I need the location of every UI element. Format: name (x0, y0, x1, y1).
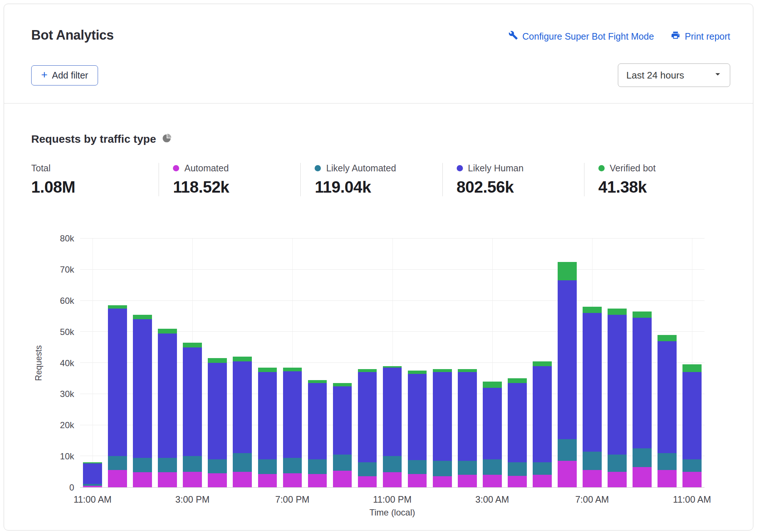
add-filter-button[interactable]: + Add filter (31, 65, 98, 85)
y-tick-label: 80k (60, 233, 74, 244)
x-tick-label: 11:00 PM (373, 494, 412, 505)
bar-segment-verified-bot (133, 315, 152, 320)
bar-slot (530, 238, 555, 487)
bar-segment-verified-bot (258, 368, 277, 372)
bar[interactable] (408, 238, 427, 487)
chevron-down-icon (712, 69, 723, 82)
stat-label-row: Likely Automated (315, 163, 436, 174)
bar-segment-likely-automated (408, 460, 427, 474)
bar[interactable] (258, 238, 277, 487)
configure-super-bot-fight-mode-link[interactable]: Configure Super Bot Fight Mode (508, 30, 654, 42)
bar[interactable] (383, 238, 402, 487)
bar-segment-verified-bot (408, 371, 427, 374)
y-axis-ticks: 010k20k30k40k50k60k70k80k (46, 238, 80, 488)
bar-slot (405, 238, 430, 487)
bar[interactable] (608, 238, 627, 487)
bar-segment-likely-automated (383, 456, 402, 472)
stat-automated[interactable]: Automated118.52k (159, 163, 300, 196)
bar-segment-likely-automated (558, 439, 577, 461)
bar-segment-likely-human (283, 371, 302, 458)
bar-segment-verified-bot (333, 383, 352, 386)
x-axis-title: Time (local) (80, 507, 705, 518)
stat-verified-bot[interactable]: Verified bot41.38k (584, 163, 726, 196)
bar[interactable] (558, 238, 577, 487)
stat-label: Likely Human (468, 163, 524, 174)
bar-segment-likely-human (408, 374, 427, 460)
bar[interactable] (358, 238, 377, 487)
bar-segment-verified-bot (658, 335, 677, 341)
bar[interactable] (633, 238, 652, 487)
stat-total[interactable]: Total1.08M (31, 163, 159, 196)
plus-icon: + (41, 69, 48, 80)
y-tick-label: 20k (60, 420, 74, 430)
bar[interactable] (133, 238, 152, 487)
bar[interactable] (333, 238, 352, 487)
bar[interactable] (583, 238, 602, 487)
bar-segment-verified-bot (558, 262, 577, 281)
bar-segment-automated (458, 475, 477, 487)
bar-segment-automated (483, 475, 502, 487)
bar[interactable] (108, 238, 127, 487)
printer-icon (671, 30, 680, 42)
bar-slot (155, 238, 180, 487)
bar-slot (105, 238, 130, 487)
bar[interactable] (208, 238, 227, 487)
bar[interactable] (508, 238, 527, 487)
stat-value: 1.08M (31, 178, 153, 196)
bar-segment-likely-human (308, 383, 327, 459)
bar[interactable] (533, 238, 552, 487)
bar-segment-likely-human (158, 334, 177, 458)
y-tick-label: 50k (60, 327, 74, 337)
bar-segment-verified-bot (458, 369, 477, 372)
bar[interactable] (433, 238, 452, 487)
bar-segment-likely-automated (158, 458, 177, 473)
configure-link-label: Configure Super Bot Fight Mode (522, 31, 654, 42)
bar-segment-verified-bot (308, 380, 327, 383)
bar-segment-likely-human (483, 388, 502, 459)
bar-segment-automated (358, 476, 377, 487)
requests-chart: Requests 010k20k30k40k50k60k70k80k 11:00… (31, 238, 705, 518)
bar-segment-likely-automated (633, 448, 652, 467)
bar[interactable] (658, 238, 677, 487)
bar-segment-automated (658, 470, 677, 487)
bar[interactable] (183, 238, 202, 487)
bar-segment-automated (333, 471, 352, 487)
legend-dot (173, 165, 179, 171)
bar-segment-verified-bot (108, 305, 127, 308)
bar-segment-automated (258, 474, 277, 487)
time-range-select[interactable]: Last 24 hours (618, 63, 730, 87)
bar[interactable] (682, 238, 702, 487)
bar-segment-likely-automated (583, 452, 602, 470)
bar-slot (305, 238, 330, 487)
bar-segment-likely-automated (133, 458, 152, 473)
stat-likely-human[interactable]: Likely Human802.56k (442, 163, 584, 196)
bar-segment-likely-automated (358, 462, 377, 476)
print-report-link[interactable]: Print report (671, 30, 730, 42)
bar-segment-likely-human (633, 318, 652, 448)
section-title: Requests by traffic type (31, 133, 156, 145)
y-tick-label: 70k (60, 265, 74, 275)
bar-segment-likely-human (133, 319, 152, 458)
bar-slot (655, 238, 680, 487)
bar-segment-likely-human (108, 309, 127, 456)
stat-value: 41.38k (598, 178, 720, 196)
bar[interactable] (83, 238, 102, 487)
bar-segment-verified-bot (682, 364, 702, 372)
bar-segment-verified-bot (483, 382, 502, 388)
bar-segment-likely-human (583, 313, 602, 451)
bar-segment-likely-human (333, 386, 352, 455)
bar[interactable] (283, 238, 302, 487)
bar-slot (230, 238, 255, 487)
bar-segment-automated (158, 472, 177, 487)
bar[interactable] (308, 238, 327, 487)
bar-segment-likely-human (682, 372, 702, 459)
bar[interactable] (483, 238, 502, 487)
bar[interactable] (158, 238, 177, 487)
bar[interactable] (233, 238, 252, 487)
stat-likely-automated[interactable]: Likely Automated119.04k (300, 163, 442, 196)
wrench-icon (508, 30, 518, 42)
bar-segment-verified-bot (533, 361, 552, 366)
bar-segment-likely-human (233, 361, 252, 453)
header: Bot Analytics Configure Super Bot Fight … (4, 4, 753, 103)
bar[interactable] (458, 238, 477, 487)
